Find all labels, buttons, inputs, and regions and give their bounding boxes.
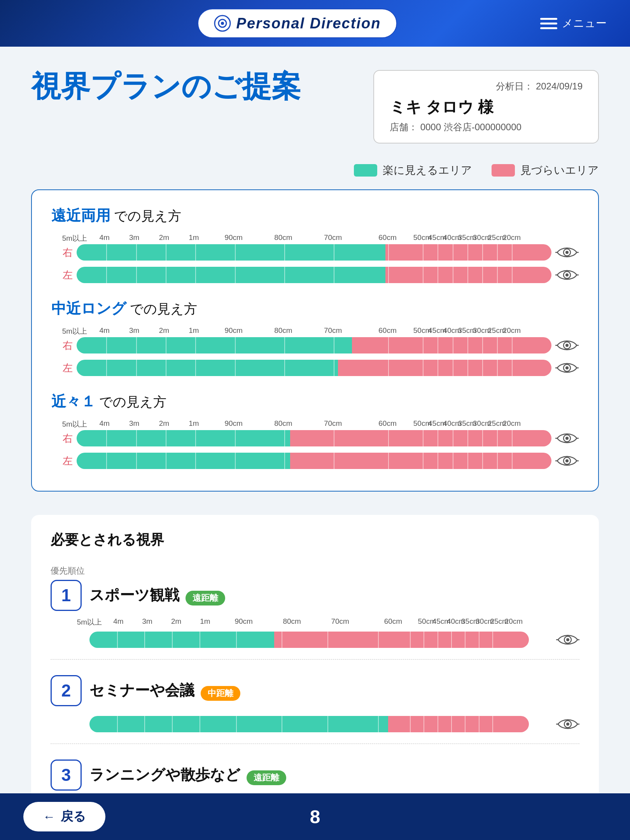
vision-type-title: 中近ロング での見え方 (51, 299, 579, 318)
scale-label: 5m以上 (62, 233, 87, 243)
eye-icon (556, 712, 579, 736)
priority-distance-badge: 遠距離 (186, 591, 225, 606)
scale-label: 70cm (331, 617, 349, 626)
bar-row: 右 (51, 244, 579, 261)
separator (51, 659, 579, 660)
bar-divider-line (378, 632, 379, 648)
vision-box: 遠近両用 での見え方5m以上4m3m2m1m90cm80cm70cm60cm50… (31, 189, 599, 492)
bar-divider-line (467, 453, 468, 469)
bar-divider-line (497, 430, 498, 446)
legend-easy-label: 楽に見えるエリア (383, 163, 472, 178)
scale-label: 2m (159, 419, 169, 428)
bar-divider-line (467, 430, 468, 446)
bar-divider-line (284, 360, 285, 376)
priority-distance-badge: 中距離 (201, 686, 240, 701)
scale-label: 5m以上 (62, 419, 87, 429)
top-section: 視界プランのご提案 分析日： 2024/09/19 ミキ タロウ 様 店舗： 0… (31, 70, 599, 144)
bar-divider-line (144, 716, 145, 732)
priority-badge: 3 (51, 760, 82, 791)
legend-easy-color (354, 164, 377, 177)
scale-label: 90cm (224, 326, 242, 335)
patient-name: ミキ タロウ 様 (390, 96, 583, 118)
bar-divider-line (423, 244, 424, 261)
bar-divider-line (479, 632, 480, 648)
logo-text: Personal Direction (236, 15, 381, 32)
vision-type-name: 近々１ (51, 393, 96, 410)
priority-name: スポーツ観戦 (89, 587, 179, 603)
scale-label: 4m (113, 617, 123, 626)
priority-header: 3ランニングや散歩など遠距離 (51, 760, 579, 791)
bar-wrapper (77, 360, 551, 376)
vision-type-section: 近々１ での見え方5m以上4m3m2m1m90cm80cm70cm60cm50c… (51, 392, 579, 469)
bar-divider-line (465, 716, 466, 732)
scale-label: 90cm (224, 419, 242, 428)
bar-divider-line (410, 716, 411, 732)
menu-button[interactable]: メニュー (540, 16, 607, 31)
bar-divider-line (453, 267, 453, 283)
bar-divider-line (453, 360, 453, 376)
bar-divider-line (482, 267, 483, 283)
svg-point-4 (565, 251, 569, 254)
scale-label: 2m (159, 233, 169, 242)
bar-divider-line (334, 453, 334, 469)
bar-hard-segment (338, 360, 551, 376)
scale-label: 90cm (224, 233, 242, 242)
bar-divider-line (388, 244, 389, 261)
bar-divider-line (195, 430, 196, 446)
bar-divider-line (438, 360, 438, 376)
bar-divider-line (451, 716, 452, 732)
legend-hard-label: 見づらいエリア (520, 163, 599, 178)
eye-icon (555, 334, 579, 357)
main-content: 視界プランのご提案 分析日： 2024/09/19 ミキ タロウ 様 店舗： 0… (0, 47, 630, 840)
bar-divider-line (334, 360, 334, 376)
bar-divider-line (172, 716, 173, 732)
bar-divider-line (512, 337, 513, 354)
bar-divider-line (172, 632, 173, 648)
bar-track (77, 337, 551, 354)
priority-name: セミナーや会議 (89, 682, 194, 698)
scale-label: 80cm (274, 419, 292, 428)
bar-divider-line (327, 632, 328, 648)
scale-label: 3m (129, 326, 139, 335)
bar-track (77, 453, 551, 469)
bar-label: 左 (51, 454, 73, 468)
scale-labels-row: 5m以上4m3m2m1m90cm80cm70cm60cm50cm45cm40cm… (75, 326, 551, 337)
bar-divider-line (195, 453, 196, 469)
bar-divider-line (410, 632, 411, 648)
bar-divider-line (235, 337, 236, 354)
bar-divider-line (479, 716, 480, 732)
bar-divider-line (482, 244, 483, 261)
priority-bar-row (51, 628, 579, 651)
bar-divider-line (334, 267, 334, 283)
back-button[interactable]: ← 戻る (23, 802, 105, 831)
scale-label: 90cm (234, 617, 252, 626)
bar-row: 左 (51, 360, 579, 376)
bar-divider-line (467, 267, 468, 283)
scale-label: 1m (189, 419, 199, 428)
store-value: 0000 渋谷店-000000000 (420, 122, 522, 132)
bar-divider-line (166, 244, 166, 261)
bar-divider-line (497, 244, 498, 261)
bar-label: 右 (51, 339, 73, 352)
bar-divider-line (235, 453, 236, 469)
bar-divider-line (106, 430, 107, 446)
scale-label: 20cm (503, 326, 521, 335)
bar-divider-line (465, 632, 466, 648)
bar-divider-line (388, 430, 389, 446)
svg-point-12 (565, 344, 569, 347)
bar-divider-line (512, 430, 513, 446)
bar-hard-segment (352, 337, 551, 354)
patient-date: 分析日： 2024/09/19 (390, 80, 583, 93)
priority-distance-badge: 遠距離 (247, 770, 286, 785)
bar-divider-line (512, 267, 513, 283)
scale-label: 70cm (324, 419, 342, 428)
bar-divider-line (438, 267, 438, 283)
bar-divider-line (106, 267, 107, 283)
priority-bar-row (51, 712, 579, 736)
separator (51, 744, 579, 744)
bar-divider-line (106, 360, 107, 376)
legend-hard: 見づらいエリア (492, 163, 599, 178)
menu-label: メニュー (562, 16, 607, 31)
bar-divider-line (423, 453, 424, 469)
bar-row: 左 (51, 453, 579, 469)
